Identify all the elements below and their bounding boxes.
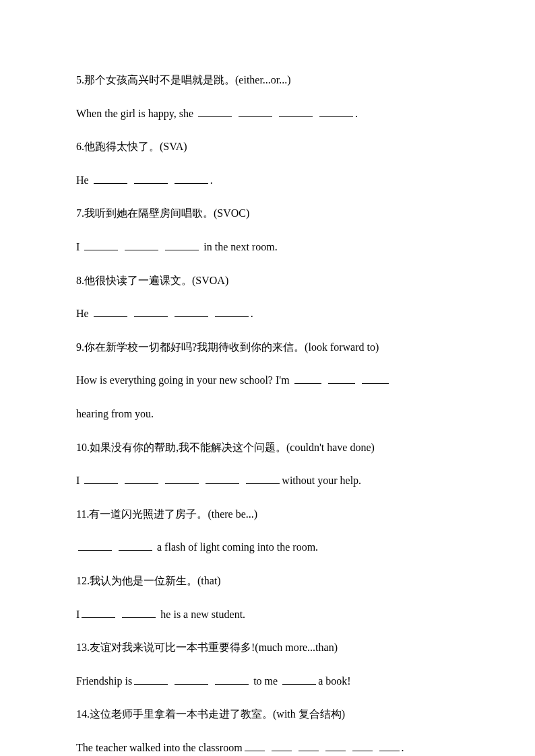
q6-post: .: [210, 174, 213, 186]
blank[interactable]: [119, 539, 152, 551]
q7-post: in the next room.: [201, 241, 277, 252]
q11-answer: a flash of light coming into the room.: [76, 539, 459, 556]
blank[interactable]: [198, 106, 232, 117]
q14-prompt: 14.这位老师手里拿着一本书走进了教室。(with 复合结构): [76, 706, 459, 723]
blank[interactable]: [239, 106, 272, 117]
q13-prompt: 13.友谊对我来说可比一本书重要得多!(much more...than): [76, 639, 459, 656]
q6-prompt: 6.他跑得太快了。(SVA): [76, 138, 459, 156]
blank[interactable]: [352, 740, 373, 751]
blank[interactable]: [362, 372, 389, 384]
blank[interactable]: [206, 473, 239, 484]
blank[interactable]: [298, 740, 319, 751]
q10-prompt: 10.如果没有你的帮助,我不能解决这个问题。(couldn't have don…: [76, 439, 459, 456]
blank[interactable]: [125, 239, 158, 250]
q14-pre: The teacher walked into the classroom: [76, 742, 243, 753]
q10-pre: I: [76, 475, 82, 486]
q13-mid: to me: [251, 675, 280, 687]
q14-post: .: [402, 742, 404, 753]
q5-post: .: [355, 108, 358, 119]
q6-answer: He .: [76, 172, 459, 189]
blank[interactable]: [165, 473, 199, 484]
q7-pre: I: [76, 241, 82, 252]
q5-answer: When the girl is happy, she .: [76, 105, 459, 123]
q5-prompt: 5.那个女孩高兴时不是唱就是跳。(either...or...): [76, 71, 459, 89]
blank[interactable]: [272, 740, 292, 751]
blank[interactable]: [246, 473, 280, 484]
q11-post: a flash of light coming into the room.: [154, 541, 318, 553]
blank[interactable]: [294, 372, 321, 384]
blank[interactable]: [328, 372, 355, 384]
blank[interactable]: [84, 473, 118, 484]
q12-prompt: 12.我认为他是一位新生。(that): [76, 572, 459, 590]
q12-pre: I: [76, 609, 80, 620]
q13-post: a book!: [318, 675, 350, 687]
blank[interactable]: [134, 673, 168, 685]
blank[interactable]: [379, 740, 400, 751]
q12-answer: I he is a new student.: [76, 606, 459, 623]
blank[interactable]: [84, 239, 118, 250]
blank[interactable]: [134, 306, 168, 317]
q13-answer: Friendship is to me a book!: [76, 673, 459, 690]
q10-post: without your help.: [282, 475, 361, 486]
q10-answer: I without your help.: [76, 472, 459, 489]
blank[interactable]: [134, 172, 168, 184]
blank[interactable]: [175, 306, 208, 317]
q6-pre: He: [76, 174, 92, 186]
q5-pre: When the girl is happy, she: [76, 108, 196, 119]
q14-answer: The teacher walked into the classroom .: [76, 739, 459, 756]
blank[interactable]: [319, 106, 353, 117]
q9-prompt: 9.你在新学校一切都好吗?我期待收到你的来信。(look forward to): [76, 339, 459, 356]
q9-answer-2: hearing from you.: [76, 405, 459, 423]
q8-answer: He .: [76, 305, 459, 322]
blank[interactable]: [282, 673, 316, 685]
blank[interactable]: [215, 306, 249, 317]
q8-pre: He: [76, 308, 92, 319]
q8-post: .: [251, 308, 253, 319]
blank[interactable]: [82, 607, 115, 618]
q9-pre: How is everything going in your new scho…: [76, 374, 292, 386]
blank[interactable]: [125, 473, 158, 484]
blank[interactable]: [122, 607, 156, 618]
q12-post: he is a new student.: [158, 609, 245, 620]
blank[interactable]: [279, 106, 313, 117]
blank[interactable]: [215, 673, 249, 685]
blank[interactable]: [175, 172, 208, 184]
blank[interactable]: [165, 239, 199, 250]
blank[interactable]: [325, 740, 346, 751]
blank[interactable]: [94, 172, 127, 184]
blank[interactable]: [78, 539, 112, 551]
q9-answer-1: How is everything going in your new scho…: [76, 372, 459, 389]
q8-prompt: 8.他很快读了一遍课文。(SVOA): [76, 272, 459, 289]
blank[interactable]: [94, 306, 127, 317]
q11-prompt: 11.有一道闪光照进了房子。(there be...): [76, 506, 459, 523]
blank[interactable]: [175, 673, 208, 685]
q7-answer: I in the next room.: [76, 238, 459, 256]
blank[interactable]: [245, 740, 265, 751]
q13-pre: Friendship is: [76, 675, 132, 687]
q7-prompt: 7.我听到她在隔壁房间唱歌。(SVOC): [76, 205, 459, 222]
